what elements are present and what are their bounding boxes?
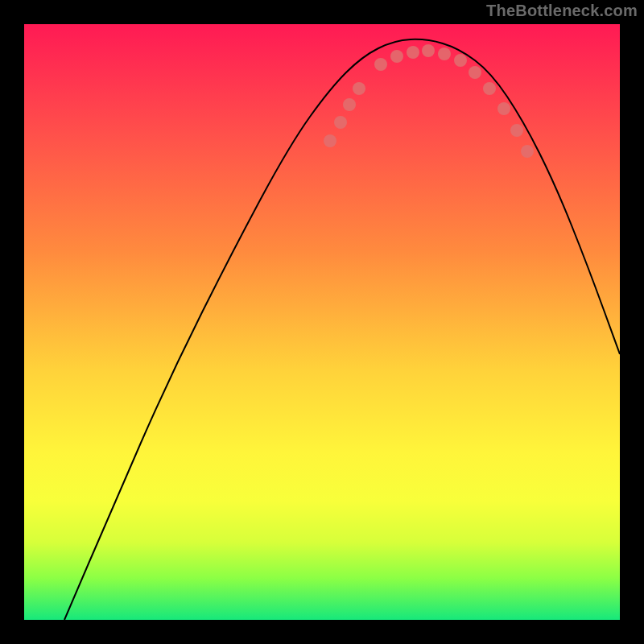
data-marker [510, 124, 523, 137]
chart-overlay [24, 24, 620, 620]
data-marker [374, 58, 387, 71]
data-marker [483, 82, 496, 95]
watermark-label: TheBottleneck.com [486, 2, 638, 20]
data-marker [497, 102, 510, 115]
outer-frame: TheBottleneck.com [0, 0, 644, 644]
plot-area [24, 24, 620, 620]
data-marker [353, 82, 365, 95]
data-markers [324, 44, 534, 158]
data-marker [422, 44, 435, 57]
data-marker [469, 66, 481, 79]
data-marker [390, 50, 403, 63]
data-marker [407, 46, 419, 59]
data-marker [334, 116, 347, 129]
data-marker [454, 54, 467, 67]
data-marker [343, 98, 356, 111]
data-marker [438, 47, 451, 60]
data-marker [521, 145, 534, 158]
data-marker [324, 134, 336, 147]
